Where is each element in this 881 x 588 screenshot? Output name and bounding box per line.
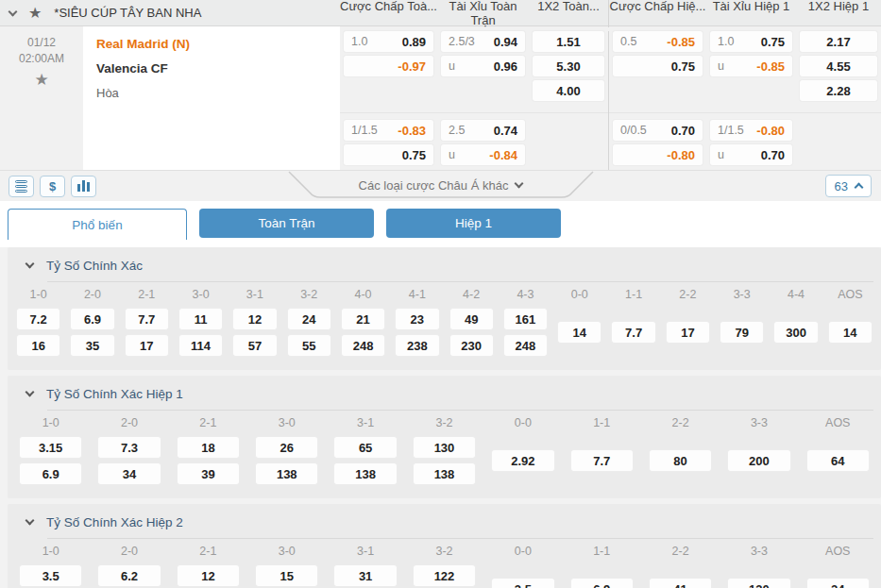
odds-value: 2.17 — [826, 35, 850, 49]
market-count-toggle[interactable]: 63 — [825, 175, 872, 197]
score-odds-cell[interactable]: 21 — [342, 309, 384, 329]
score-odds-cell[interactable]: 55 — [288, 335, 330, 356]
score-odds-cell[interactable]: 7.7 — [126, 309, 168, 329]
score-odds-cell[interactable]: 39 — [178, 463, 239, 484]
score-odds-cell[interactable]: 6.2 — [98, 565, 160, 586]
tab-first-half[interactable]: Hiệp 1 — [386, 209, 561, 238]
more-asian-bets-toggle[interactable]: Các loại cược Châu Á khác — [285, 171, 597, 199]
odds-cell[interactable]: 0.75 — [613, 56, 703, 76]
score-odds-cell[interactable]: 230 — [450, 335, 493, 356]
odds-cell[interactable]: 0.75 — [344, 144, 433, 165]
score-odds-cell[interactable]: 12 — [233, 309, 276, 329]
score-odds-cell[interactable]: 14 — [829, 322, 872, 343]
score-odds-cell[interactable]: 64 — [807, 450, 869, 471]
tab-popular[interactable]: Phổ biến — [8, 209, 187, 240]
odds-cell[interactable]: 4.00 — [533, 80, 604, 101]
odds-cell[interactable]: 0/0.50.70 — [613, 120, 703, 141]
odds-cell[interactable]: 1.00.89 — [344, 31, 433, 52]
odds-cell[interactable]: u-0.85 — [710, 56, 792, 76]
score-odds-cell[interactable]: 300 — [774, 322, 817, 343]
score-odds-cell[interactable]: 79 — [720, 322, 763, 343]
league-favorite-star-icon[interactable]: ★ — [28, 6, 42, 21]
odds-cell[interactable]: 2.17 — [800, 31, 877, 52]
odds-line-label: 1/1.5 — [718, 124, 744, 137]
score-odds-cell[interactable]: 31 — [334, 565, 396, 586]
score-odds-cell[interactable]: 248 — [504, 335, 547, 356]
score-odds-cell[interactable]: 238 — [396, 335, 438, 356]
bet-slip-icon[interactable] — [8, 176, 34, 197]
score-odds-cell[interactable]: 18 — [178, 437, 239, 458]
dollar-icon[interactable]: $ — [40, 176, 65, 197]
score-odds-cell[interactable]: 17 — [126, 335, 168, 356]
score-odds-cell[interactable]: 114 — [179, 335, 222, 356]
score-odds-cell[interactable]: 138 — [414, 463, 475, 484]
odds-cell[interactable]: 1.00.75 — [710, 31, 792, 52]
collapse-league-icon[interactable] — [8, 7, 18, 16]
score-odds-cell[interactable]: 248 — [342, 335, 384, 356]
score-odds-cell[interactable]: 7.3 — [98, 437, 160, 458]
score-odds-cell[interactable]: 57 — [233, 335, 276, 356]
score-odds-cell[interactable]: 15 — [256, 565, 317, 586]
odds-cell[interactable]: -0.97 — [344, 56, 433, 76]
score-odds-cell[interactable]: 34 — [98, 463, 160, 484]
bar-chart-icon[interactable] — [71, 176, 96, 197]
score-odds-cell[interactable]: 24 — [288, 309, 330, 329]
collapse-section-icon[interactable] — [25, 260, 35, 269]
odds-cell[interactable]: 2.5/30.94 — [441, 31, 525, 52]
score-odds-cell[interactable]: 6.9 — [20, 463, 81, 484]
odds-cell[interactable]: -0.80 — [613, 144, 703, 165]
odds-cell[interactable]: 1/1.5-0.83 — [344, 120, 433, 141]
odds-cell[interactable]: u-0.84 — [441, 144, 525, 165]
score-column: 4-3161248 — [499, 286, 552, 359]
away-team-name[interactable]: Valencia CF — [96, 61, 340, 76]
score-odds-cell[interactable]: 130 — [728, 579, 789, 588]
score-odds-cell[interactable]: 41 — [650, 579, 711, 588]
odds-cell[interactable]: u0.96 — [441, 56, 525, 76]
score-odds-cell[interactable]: 6.9 — [71, 309, 113, 329]
tab-full-time[interactable]: Toàn Trận — [199, 209, 374, 238]
score-odds-cell[interactable]: 12 — [178, 565, 239, 586]
odds-cell[interactable]: 1/1.5-0.80 — [710, 120, 792, 141]
match-favorite-star-icon[interactable]: ★ — [34, 72, 48, 88]
score-odds-cell[interactable]: 17 — [667, 322, 709, 343]
score-odds-cell[interactable]: 7.2 — [17, 309, 59, 329]
score-odds-cell[interactable]: 16 — [17, 335, 59, 356]
odds-cell[interactable]: 1.51 — [533, 31, 604, 52]
score-section-header[interactable]: Tỷ Số Chính Xác — [8, 256, 881, 275]
score-odds-cell[interactable]: 23 — [396, 309, 438, 329]
score-odds-cell[interactable]: 130 — [414, 437, 475, 458]
home-team-name[interactable]: Real Madrid (N) — [96, 37, 340, 51]
score-odds-cell[interactable]: 65 — [334, 437, 396, 458]
score-odds-cell[interactable]: 35 — [71, 335, 113, 356]
score-odds-cell[interactable]: 138 — [256, 463, 317, 484]
collapse-section-icon[interactable] — [25, 516, 35, 526]
collapse-section-icon[interactable] — [25, 388, 35, 397]
score-odds-cell[interactable]: 14 — [558, 322, 601, 343]
score-odds-cell[interactable]: 3.5 — [492, 579, 553, 588]
score-odds-cell[interactable]: 7.7 — [612, 322, 654, 343]
odds-cell[interactable]: 0.5-0.85 — [613, 31, 703, 52]
score-odds-cell[interactable]: 26 — [256, 437, 317, 458]
score-section-header[interactable]: Tỷ Số Chính Xác Hiệp 1 — [8, 384, 881, 403]
score-section-header[interactable]: Tỷ Số Chính Xác Hiệp 2 — [8, 512, 881, 531]
odds-cell[interactable]: u0.70 — [710, 144, 792, 165]
score-odds-cell[interactable]: 122 — [414, 565, 475, 586]
score-odds-cell[interactable]: 3.5 — [20, 565, 81, 586]
score-odds-cell[interactable]: 6.9 — [571, 579, 633, 588]
score-odds-cell[interactable]: 200 — [728, 450, 789, 471]
odds-cell[interactable]: 5.30 — [533, 56, 604, 76]
score-odds-cell[interactable]: 80 — [650, 450, 711, 471]
draw-label: Hòa — [96, 86, 340, 100]
score-odds-cell[interactable]: 24 — [807, 579, 869, 588]
odds-cell[interactable]: 2.28 — [800, 80, 877, 101]
score-odds-cell[interactable]: 2.92 — [492, 450, 553, 471]
odds-cell[interactable]: 4.55 — [800, 56, 877, 76]
score-odds-cell[interactable]: 138 — [334, 463, 396, 484]
score-odds-cell[interactable]: 161 — [504, 309, 547, 329]
score-odds-cell[interactable]: 49 — [450, 309, 493, 329]
league-title: *SIÊU CÚP TÂY BAN NHA — [54, 6, 201, 20]
odds-cell[interactable]: 2.50.74 — [441, 120, 525, 141]
score-odds-cell[interactable]: 7.7 — [571, 450, 633, 471]
score-odds-cell[interactable]: 3.15 — [20, 437, 81, 458]
score-odds-cell[interactable]: 11 — [179, 309, 222, 329]
